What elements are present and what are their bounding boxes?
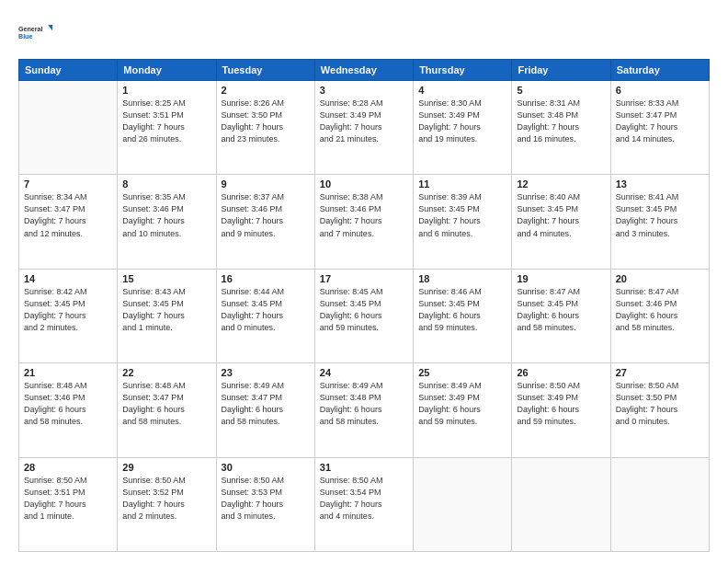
calendar-cell: 2Sunrise: 8:26 AMSunset: 3:50 PMDaylight… — [216, 81, 314, 175]
day-info: Sunrise: 8:48 AMSunset: 3:47 PMDaylight:… — [122, 380, 210, 428]
day-number: 14 — [24, 273, 112, 284]
calendar-cell: 27Sunrise: 8:50 AMSunset: 3:50 PMDayligh… — [610, 363, 709, 457]
logo-svg: General Blue — [18, 15, 53, 50]
day-number: 8 — [122, 178, 210, 190]
day-info: Sunrise: 8:42 AMSunset: 3:45 PMDaylight:… — [24, 286, 112, 334]
day-number: 22 — [122, 367, 210, 378]
calendar-cell: 31Sunrise: 8:50 AMSunset: 3:54 PMDayligh… — [314, 457, 413, 551]
day-info: Sunrise: 8:33 AMSunset: 3:47 PMDaylight:… — [616, 98, 704, 145]
day-info: Sunrise: 8:37 AMSunset: 3:46 PMDaylight:… — [222, 191, 310, 239]
day-info: Sunrise: 8:28 AMSunset: 3:49 PMDaylight:… — [320, 98, 408, 145]
calendar-cell: 26Sunrise: 8:50 AMSunset: 3:49 PMDayligh… — [512, 363, 610, 457]
calendar-cell — [414, 457, 512, 551]
day-number: 18 — [418, 273, 506, 284]
day-header-thursday: Thursday — [414, 60, 512, 81]
day-info: Sunrise: 8:39 AMSunset: 3:45 PMDaylight:… — [418, 191, 506, 239]
calendar-cell: 16Sunrise: 8:44 AMSunset: 3:45 PMDayligh… — [216, 269, 314, 362]
day-number: 12 — [517, 178, 605, 190]
calendar-cell: 19Sunrise: 8:47 AMSunset: 3:45 PMDayligh… — [512, 269, 610, 362]
day-number: 25 — [418, 367, 506, 378]
day-info: Sunrise: 8:50 AMSunset: 3:53 PMDaylight:… — [222, 475, 310, 523]
day-number: 5 — [517, 85, 605, 96]
calendar-cell: 20Sunrise: 8:47 AMSunset: 3:46 PMDayligh… — [610, 269, 709, 362]
day-info: Sunrise: 8:38 AMSunset: 3:46 PMDaylight:… — [320, 191, 408, 239]
day-number: 9 — [222, 178, 310, 190]
calendar-cell: 30Sunrise: 8:50 AMSunset: 3:53 PMDayligh… — [216, 457, 314, 551]
day-number: 26 — [517, 367, 605, 378]
day-header-sunday: Sunday — [19, 60, 118, 81]
calendar-cell: 1Sunrise: 8:25 AMSunset: 3:51 PMDaylight… — [118, 81, 216, 175]
logo: General Blue — [18, 15, 53, 50]
week-row-2: 14Sunrise: 8:42 AMSunset: 3:45 PMDayligh… — [19, 269, 710, 362]
calendar-header-row: SundayMondayTuesdayWednesdayThursdayFrid… — [19, 60, 710, 81]
calendar-cell: 21Sunrise: 8:48 AMSunset: 3:46 PMDayligh… — [19, 363, 118, 457]
calendar-cell: 24Sunrise: 8:49 AMSunset: 3:48 PMDayligh… — [314, 363, 413, 457]
day-number: 16 — [222, 273, 310, 284]
calendar-cell: 8Sunrise: 8:35 AMSunset: 3:46 PMDaylight… — [118, 175, 216, 269]
week-row-3: 21Sunrise: 8:48 AMSunset: 3:46 PMDayligh… — [19, 363, 710, 457]
day-number: 29 — [122, 462, 210, 473]
day-info: Sunrise: 8:41 AMSunset: 3:45 PMDaylight:… — [616, 191, 704, 239]
day-number: 3 — [320, 85, 408, 96]
calendar-cell: 14Sunrise: 8:42 AMSunset: 3:45 PMDayligh… — [19, 269, 118, 362]
calendar-cell: 22Sunrise: 8:48 AMSunset: 3:47 PMDayligh… — [118, 363, 216, 457]
day-info: Sunrise: 8:50 AMSunset: 3:49 PMDaylight:… — [517, 380, 605, 428]
day-number: 21 — [24, 367, 112, 378]
calendar-cell: 15Sunrise: 8:43 AMSunset: 3:45 PMDayligh… — [118, 269, 216, 362]
day-number: 17 — [320, 273, 408, 284]
day-number: 30 — [222, 462, 310, 473]
day-number: 11 — [418, 178, 506, 190]
day-info: Sunrise: 8:50 AMSunset: 3:52 PMDaylight:… — [122, 475, 210, 523]
day-number: 23 — [222, 367, 310, 378]
calendar-cell: 6Sunrise: 8:33 AMSunset: 3:47 PMDaylight… — [610, 81, 709, 175]
day-number: 7 — [24, 178, 112, 190]
day-info: Sunrise: 8:50 AMSunset: 3:51 PMDaylight:… — [24, 475, 112, 523]
day-header-friday: Friday — [512, 60, 610, 81]
calendar-cell: 28Sunrise: 8:50 AMSunset: 3:51 PMDayligh… — [19, 457, 118, 551]
day-number: 28 — [24, 462, 112, 473]
day-header-monday: Monday — [118, 60, 216, 81]
day-info: Sunrise: 8:47 AMSunset: 3:45 PMDaylight:… — [517, 286, 605, 334]
calendar-cell — [512, 457, 610, 551]
calendar-cell: 3Sunrise: 8:28 AMSunset: 3:49 PMDaylight… — [314, 81, 413, 175]
day-info: Sunrise: 8:25 AMSunset: 3:51 PMDaylight:… — [122, 98, 210, 145]
calendar-cell: 23Sunrise: 8:49 AMSunset: 3:47 PMDayligh… — [216, 363, 314, 457]
day-info: Sunrise: 8:26 AMSunset: 3:50 PMDaylight:… — [222, 98, 310, 145]
day-info: Sunrise: 8:46 AMSunset: 3:45 PMDaylight:… — [418, 286, 506, 334]
svg-text:General: General — [18, 26, 43, 33]
day-number: 13 — [616, 178, 704, 190]
calendar-cell: 25Sunrise: 8:49 AMSunset: 3:49 PMDayligh… — [414, 363, 512, 457]
day-number: 31 — [320, 462, 408, 473]
day-number: 19 — [517, 273, 605, 284]
page: General Blue SundayMondayTuesdayWednesda… — [0, 0, 728, 563]
day-info: Sunrise: 8:48 AMSunset: 3:46 PMDaylight:… — [24, 380, 112, 428]
day-info: Sunrise: 8:45 AMSunset: 3:45 PMDaylight:… — [320, 286, 408, 334]
day-info: Sunrise: 8:43 AMSunset: 3:45 PMDaylight:… — [122, 286, 210, 334]
day-number: 20 — [616, 273, 704, 284]
header: General Blue — [18, 15, 710, 50]
calendar-cell: 4Sunrise: 8:30 AMSunset: 3:49 PMDaylight… — [414, 81, 512, 175]
svg-marker-2 — [48, 25, 52, 31]
day-info: Sunrise: 8:49 AMSunset: 3:48 PMDaylight:… — [320, 380, 408, 428]
week-row-1: 7Sunrise: 8:34 AMSunset: 3:47 PMDaylight… — [19, 175, 710, 269]
day-number: 6 — [616, 85, 704, 96]
calendar-table: SundayMondayTuesdayWednesdayThursdayFrid… — [18, 59, 710, 552]
day-info: Sunrise: 8:30 AMSunset: 3:49 PMDaylight:… — [418, 98, 506, 145]
day-header-tuesday: Tuesday — [216, 60, 314, 81]
week-row-4: 28Sunrise: 8:50 AMSunset: 3:51 PMDayligh… — [19, 457, 710, 551]
day-info: Sunrise: 8:31 AMSunset: 3:48 PMDaylight:… — [517, 98, 605, 145]
day-info: Sunrise: 8:49 AMSunset: 3:49 PMDaylight:… — [418, 380, 506, 428]
svg-text:Blue: Blue — [18, 33, 32, 40]
day-info: Sunrise: 8:50 AMSunset: 3:54 PMDaylight:… — [320, 475, 408, 523]
calendar-cell: 10Sunrise: 8:38 AMSunset: 3:46 PMDayligh… — [314, 175, 413, 269]
day-number: 1 — [122, 85, 210, 96]
day-info: Sunrise: 8:49 AMSunset: 3:47 PMDaylight:… — [222, 380, 310, 428]
calendar-cell: 11Sunrise: 8:39 AMSunset: 3:45 PMDayligh… — [414, 175, 512, 269]
calendar-cell: 17Sunrise: 8:45 AMSunset: 3:45 PMDayligh… — [314, 269, 413, 362]
calendar-cell: 5Sunrise: 8:31 AMSunset: 3:48 PMDaylight… — [512, 81, 610, 175]
day-number: 2 — [222, 85, 310, 96]
day-info: Sunrise: 8:40 AMSunset: 3:45 PMDaylight:… — [517, 191, 605, 239]
calendar-cell: 29Sunrise: 8:50 AMSunset: 3:52 PMDayligh… — [118, 457, 216, 551]
day-number: 27 — [616, 367, 704, 378]
calendar-cell: 12Sunrise: 8:40 AMSunset: 3:45 PMDayligh… — [512, 175, 610, 269]
